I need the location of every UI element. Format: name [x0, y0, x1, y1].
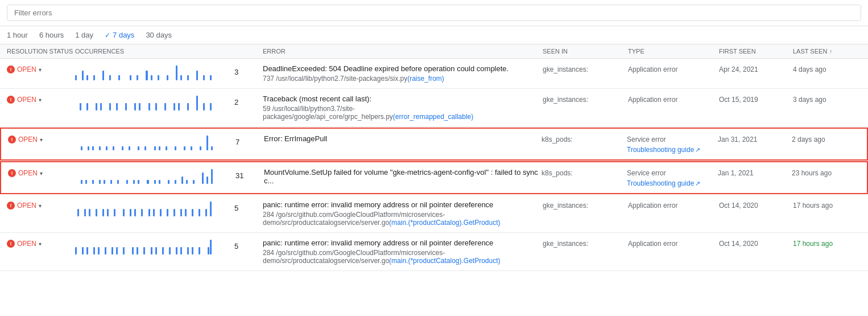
status-dropdown-icon[interactable]: ▾	[39, 203, 42, 209]
table-header: Resolution Status Occurrences Error Seen…	[0, 44, 868, 59]
status-label: OPEN	[17, 202, 36, 210]
error-cell[interactable]: DeadlineExceeded: 504 Deadline expired b…	[263, 64, 543, 83]
last-seen-cell: 23 hours ago	[792, 168, 860, 177]
time-filter-7d[interactable]: ✓ 7 days	[105, 31, 134, 39]
status-label: OPEN	[18, 169, 38, 177]
error-icon: !	[8, 169, 16, 177]
filter-bar	[0, 0, 868, 26]
first-seen-cell: Oct 14, 2020	[719, 239, 793, 248]
time-filter-30d[interactable]: 30 days	[146, 31, 172, 39]
seen-in-cell: gke_instances:	[543, 64, 628, 73]
troubleshoot-link[interactable]: Troubleshooting guide↗	[627, 146, 718, 154]
troubleshoot-link[interactable]: Troubleshooting guide↗	[627, 179, 718, 187]
table-row[interactable]: ! OPEN ▾ 5panic: runtime error: invalid …	[0, 195, 868, 233]
status-dropdown-icon[interactable]: ▾	[40, 137, 43, 143]
spark-chart	[75, 64, 212, 80]
error-title: panic: runtime error: invalid memory add…	[263, 200, 543, 209]
status-dropdown-icon[interactable]: ▾	[39, 67, 42, 73]
error-link[interactable]: (raise_from)	[407, 75, 444, 83]
type-cell: Application error	[628, 239, 719, 248]
seen-in-cell: gke_instances:	[543, 200, 628, 210]
type-cell: Service errorTroubleshooting guide↗	[627, 134, 718, 154]
type-label: Application error	[628, 202, 719, 210]
status-cell: ! OPEN ▾	[7, 95, 75, 104]
error-title: Error: ErrImagePull	[264, 134, 542, 143]
error-title: panic: runtime error: invalid memory add…	[263, 239, 543, 247]
occurrence-count: 7	[235, 134, 264, 146]
last-seen-cell: 17 hours ago	[793, 200, 861, 210]
occurrence-count: 5	[234, 239, 263, 251]
error-icon: !	[7, 240, 15, 248]
col-resolution-status: Resolution Status	[7, 48, 75, 55]
occurrence-count: 5	[234, 200, 263, 212]
occurrence-count: 2	[234, 95, 263, 106]
external-link-icon: ↗	[695, 180, 700, 187]
first-seen-cell: Apr 24, 2021	[719, 64, 793, 73]
error-subtitle: 59 /usr/local/lib/python3.7/site-package…	[263, 105, 543, 121]
col-occurrences: Occurrences	[75, 48, 234, 55]
external-link-icon: ↗	[695, 146, 700, 154]
occurrences-spark-cell	[75, 95, 234, 110]
seen-in-cell: gke_instances:	[543, 95, 628, 104]
spark-chart	[75, 95, 212, 110]
error-subtitle: 284 /go/src/github.com/GoogleCloudPlatfo…	[263, 211, 543, 227]
status-label: OPEN	[17, 65, 36, 73]
error-title: DeadlineExceeded: 504 Deadline expired b…	[263, 64, 543, 73]
occurrence-count: 3	[234, 64, 263, 76]
last-seen-cell: 2 days ago	[792, 134, 860, 143]
type-cell: Application error	[628, 200, 719, 210]
occurrence-count: 31	[235, 168, 264, 180]
error-link[interactable]: (error_remapped_callable)	[393, 113, 473, 121]
status-dropdown-icon[interactable]: ▾	[39, 97, 42, 103]
filter-input[interactable]	[7, 5, 861, 21]
col-type: Type	[628, 48, 719, 55]
spark-chart	[75, 239, 212, 255]
col-last-seen[interactable]: Last Seen ↑	[793, 48, 861, 55]
error-subtitle: 737 /usr/local/lib/python2.7/site-packag…	[263, 75, 543, 83]
error-cell[interactable]: Traceback (most recent call last):59 /us…	[263, 95, 543, 121]
error-title: Traceback (most recent call last):	[263, 95, 543, 103]
first-seen-cell: Oct 14, 2020	[719, 200, 793, 210]
time-filter-1d[interactable]: 1 day	[75, 31, 93, 39]
time-filter-6h[interactable]: 6 hours	[39, 31, 64, 39]
last-seen-cell: 3 days ago	[793, 95, 861, 104]
seen-in-cell: k8s_pods:	[542, 134, 627, 143]
error-link[interactable]: (main.(*productCatalog).GetProduct)	[389, 257, 500, 265]
first-seen-cell: Jan 1, 2021	[718, 168, 792, 177]
type-label: Service error	[627, 136, 718, 143]
type-cell: Application error	[628, 95, 719, 104]
last-seen-cell: 4 days ago	[793, 64, 861, 73]
table-row[interactable]: ! OPEN ▾ 7Error: ErrImagePullk8s_pods:Se…	[0, 128, 868, 161]
status-label: OPEN	[17, 96, 36, 104]
type-cell: Service errorTroubleshooting guide↗	[627, 168, 718, 187]
type-label: Application error	[628, 65, 719, 73]
error-cell[interactable]: panic: runtime error: invalid memory add…	[263, 200, 543, 227]
error-link[interactable]: (main.(*productCatalog).GetProduct)	[389, 219, 500, 227]
seen-in-cell: k8s_pods:	[542, 168, 627, 177]
sort-arrow-icon: ↑	[829, 48, 832, 55]
error-cell[interactable]: panic: runtime error: invalid memory add…	[263, 239, 543, 265]
first-seen-cell: Jan 31, 2021	[718, 134, 792, 143]
error-icon: !	[7, 65, 15, 73]
status-dropdown-icon[interactable]: ▾	[40, 170, 43, 177]
table-row[interactable]: ! OPEN ▾ 31MountVolume.SetUp failed for …	[0, 161, 868, 194]
time-filter-1h[interactable]: 1 hour	[7, 31, 28, 39]
status-cell: ! OPEN ▾	[7, 64, 75, 73]
type-label: Application error	[628, 96, 719, 104]
spark-chart	[76, 134, 213, 150]
occurrences-spark-cell	[76, 168, 235, 184]
last-seen-cell: 17 hours ago	[793, 239, 861, 248]
error-icon: !	[8, 136, 16, 143]
check-icon: ✓	[105, 31, 110, 39]
col-error: Error	[263, 48, 543, 55]
table-body: ! OPEN ▾ 3DeadlineExceeded: 504 Deadline…	[0, 59, 868, 271]
error-cell[interactable]: MountVolume.SetUp failed for volume "gke…	[264, 168, 542, 187]
error-icon: !	[7, 96, 15, 104]
error-cell[interactable]: Error: ErrImagePull	[264, 134, 542, 145]
table-row[interactable]: ! OPEN ▾ 3DeadlineExceeded: 504 Deadline…	[0, 59, 868, 89]
occurrences-spark-cell	[76, 134, 235, 150]
table-row[interactable]: ! OPEN ▾ 5panic: runtime error: invalid …	[0, 233, 868, 271]
status-dropdown-icon[interactable]: ▾	[39, 241, 42, 247]
type-label: Application error	[628, 240, 719, 248]
table-row[interactable]: ! OPEN ▾ 2Traceback (most recent call la…	[0, 89, 868, 127]
